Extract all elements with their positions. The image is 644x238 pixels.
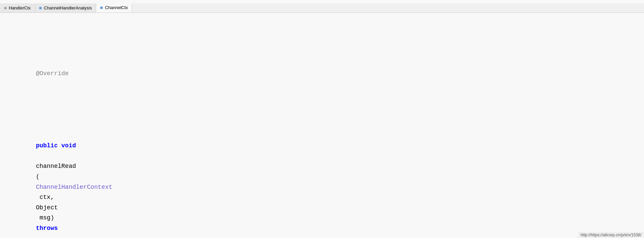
tab-handlertctx[interactable]: HandlerCtx — [0, 3, 35, 12]
url-text: http://https://alicorp.cn/p/e/v/1538/ — [581, 233, 641, 237]
keyword-public-void: public void — [36, 142, 76, 149]
paren-open: ( — [36, 173, 39, 180]
bottom-url-bar: http://https://alicorp.cn/p/e/v/1538/ — [578, 232, 644, 238]
param-msg: msg) — [36, 214, 58, 221]
method-name: channelRead — [36, 163, 76, 170]
tab-dot-2 — [39, 7, 42, 9]
tab-label-3: ChannelCtx — [105, 5, 128, 10]
editor-container: HandlerCtx ChannelHandlerAnalysis Channe… — [0, 0, 644, 238]
keyword-throws: throws — [36, 225, 58, 232]
code-area: @Override public void channelRead ( Chan… — [0, 14, 644, 238]
param-ctx: ctx, — [36, 194, 58, 201]
space-1 — [36, 153, 39, 159]
type-channelhandlercontext: ChannelHandlerContext — [36, 184, 112, 190]
tab-dot-3 — [100, 6, 103, 9]
type-object: Object — [36, 204, 58, 211]
annotation: @Override — [36, 70, 68, 77]
tab-channelhandleranalysis[interactable]: ChannelHandlerAnalysis — [35, 3, 96, 12]
line-annotation: @Override — [7, 58, 637, 89]
tab-bar: HandlerCtx ChannelHandlerAnalysis Channe… — [0, 3, 644, 13]
space-2 — [36, 235, 39, 238]
tab-label-2: ChannelHandlerAnalysis — [44, 5, 92, 10]
line-method-signature: public void channelRead ( ChannelHandler… — [7, 130, 637, 238]
tab-dot-1 — [4, 7, 7, 9]
tab-channelctx[interactable]: ChannelCtx — [96, 3, 132, 12]
tab-label-1: HandlerCtx — [9, 5, 31, 10]
